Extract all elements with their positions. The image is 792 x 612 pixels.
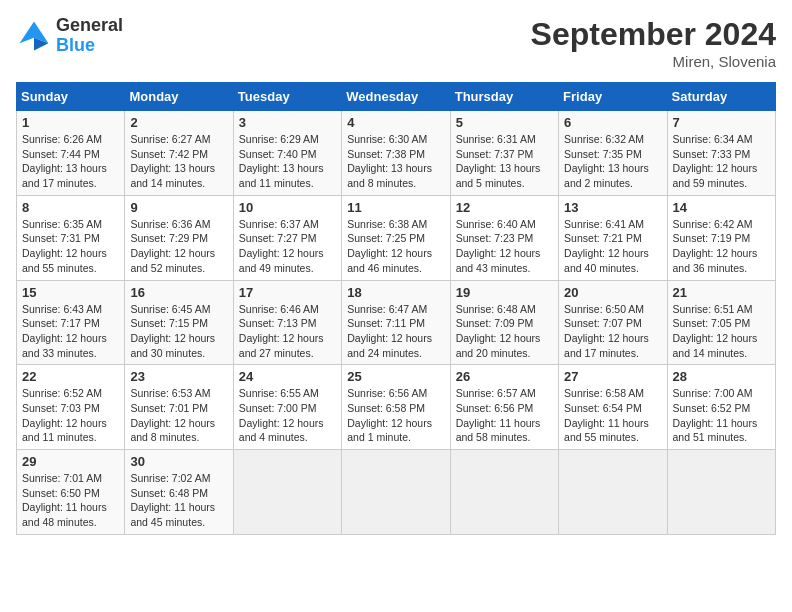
calendar-week-row: 8 Sunrise: 6:35 AM Sunset: 7:31 PM Dayli… bbox=[17, 195, 776, 280]
day-info: Sunrise: 6:56 AM Sunset: 6:58 PM Dayligh… bbox=[347, 386, 444, 445]
day-info: Sunrise: 6:41 AM Sunset: 7:21 PM Dayligh… bbox=[564, 217, 661, 276]
calendar-cell: 13 Sunrise: 6:41 AM Sunset: 7:21 PM Dayl… bbox=[559, 195, 667, 280]
title-area: September 2024 Miren, Slovenia bbox=[531, 16, 776, 70]
day-number: 12 bbox=[456, 200, 553, 215]
calendar-cell: 25 Sunrise: 6:56 AM Sunset: 6:58 PM Dayl… bbox=[342, 365, 450, 450]
calendar-cell: 12 Sunrise: 6:40 AM Sunset: 7:23 PM Dayl… bbox=[450, 195, 558, 280]
day-number: 13 bbox=[564, 200, 661, 215]
day-number: 11 bbox=[347, 200, 444, 215]
calendar-week-row: 1 Sunrise: 6:26 AM Sunset: 7:44 PM Dayli… bbox=[17, 111, 776, 196]
logo: General Blue bbox=[16, 16, 123, 56]
day-info: Sunrise: 6:29 AM Sunset: 7:40 PM Dayligh… bbox=[239, 132, 336, 191]
day-number: 30 bbox=[130, 454, 227, 469]
day-number: 15 bbox=[22, 285, 119, 300]
day-info: Sunrise: 6:35 AM Sunset: 7:31 PM Dayligh… bbox=[22, 217, 119, 276]
calendar-week-row: 22 Sunrise: 6:52 AM Sunset: 7:03 PM Dayl… bbox=[17, 365, 776, 450]
day-info: Sunrise: 6:43 AM Sunset: 7:17 PM Dayligh… bbox=[22, 302, 119, 361]
calendar-cell bbox=[450, 450, 558, 535]
day-info: Sunrise: 6:51 AM Sunset: 7:05 PM Dayligh… bbox=[673, 302, 770, 361]
day-number: 2 bbox=[130, 115, 227, 130]
day-number: 7 bbox=[673, 115, 770, 130]
day-number: 8 bbox=[22, 200, 119, 215]
calendar-cell bbox=[342, 450, 450, 535]
calendar-cell: 10 Sunrise: 6:37 AM Sunset: 7:27 PM Dayl… bbox=[233, 195, 341, 280]
calendar-cell: 9 Sunrise: 6:36 AM Sunset: 7:29 PM Dayli… bbox=[125, 195, 233, 280]
calendar-header-row: Sunday Monday Tuesday Wednesday Thursday… bbox=[17, 83, 776, 111]
day-info: Sunrise: 6:38 AM Sunset: 7:25 PM Dayligh… bbox=[347, 217, 444, 276]
logo-icon bbox=[16, 18, 52, 54]
day-info: Sunrise: 6:52 AM Sunset: 7:03 PM Dayligh… bbox=[22, 386, 119, 445]
calendar-week-row: 15 Sunrise: 6:43 AM Sunset: 7:17 PM Dayl… bbox=[17, 280, 776, 365]
calendar-cell: 11 Sunrise: 6:38 AM Sunset: 7:25 PM Dayl… bbox=[342, 195, 450, 280]
header-sunday: Sunday bbox=[17, 83, 125, 111]
calendar-cell: 2 Sunrise: 6:27 AM Sunset: 7:42 PM Dayli… bbox=[125, 111, 233, 196]
day-info: Sunrise: 7:01 AM Sunset: 6:50 PM Dayligh… bbox=[22, 471, 119, 530]
calendar-cell: 24 Sunrise: 6:55 AM Sunset: 7:00 PM Dayl… bbox=[233, 365, 341, 450]
day-info: Sunrise: 6:32 AM Sunset: 7:35 PM Dayligh… bbox=[564, 132, 661, 191]
calendar-cell: 30 Sunrise: 7:02 AM Sunset: 6:48 PM Dayl… bbox=[125, 450, 233, 535]
calendar-cell bbox=[667, 450, 775, 535]
day-number: 24 bbox=[239, 369, 336, 384]
day-info: Sunrise: 7:00 AM Sunset: 6:52 PM Dayligh… bbox=[673, 386, 770, 445]
calendar-cell: 26 Sunrise: 6:57 AM Sunset: 6:56 PM Dayl… bbox=[450, 365, 558, 450]
calendar-cell: 17 Sunrise: 6:46 AM Sunset: 7:13 PM Dayl… bbox=[233, 280, 341, 365]
calendar-cell: 3 Sunrise: 6:29 AM Sunset: 7:40 PM Dayli… bbox=[233, 111, 341, 196]
calendar-cell: 16 Sunrise: 6:45 AM Sunset: 7:15 PM Dayl… bbox=[125, 280, 233, 365]
calendar-cell: 27 Sunrise: 6:58 AM Sunset: 6:54 PM Dayl… bbox=[559, 365, 667, 450]
day-info: Sunrise: 6:46 AM Sunset: 7:13 PM Dayligh… bbox=[239, 302, 336, 361]
day-info: Sunrise: 6:57 AM Sunset: 6:56 PM Dayligh… bbox=[456, 386, 553, 445]
day-number: 21 bbox=[673, 285, 770, 300]
calendar-cell: 14 Sunrise: 6:42 AM Sunset: 7:19 PM Dayl… bbox=[667, 195, 775, 280]
day-number: 14 bbox=[673, 200, 770, 215]
day-info: Sunrise: 6:42 AM Sunset: 7:19 PM Dayligh… bbox=[673, 217, 770, 276]
day-info: Sunrise: 6:40 AM Sunset: 7:23 PM Dayligh… bbox=[456, 217, 553, 276]
calendar-cell: 4 Sunrise: 6:30 AM Sunset: 7:38 PM Dayli… bbox=[342, 111, 450, 196]
month-title: September 2024 bbox=[531, 16, 776, 53]
calendar-cell: 21 Sunrise: 6:51 AM Sunset: 7:05 PM Dayl… bbox=[667, 280, 775, 365]
header-tuesday: Tuesday bbox=[233, 83, 341, 111]
calendar-cell: 22 Sunrise: 6:52 AM Sunset: 7:03 PM Dayl… bbox=[17, 365, 125, 450]
day-number: 6 bbox=[564, 115, 661, 130]
day-number: 3 bbox=[239, 115, 336, 130]
location: Miren, Slovenia bbox=[531, 53, 776, 70]
day-number: 25 bbox=[347, 369, 444, 384]
day-info: Sunrise: 6:34 AM Sunset: 7:33 PM Dayligh… bbox=[673, 132, 770, 191]
calendar-cell bbox=[559, 450, 667, 535]
day-info: Sunrise: 6:27 AM Sunset: 7:42 PM Dayligh… bbox=[130, 132, 227, 191]
calendar-cell: 15 Sunrise: 6:43 AM Sunset: 7:17 PM Dayl… bbox=[17, 280, 125, 365]
day-info: Sunrise: 6:36 AM Sunset: 7:29 PM Dayligh… bbox=[130, 217, 227, 276]
calendar-cell: 29 Sunrise: 7:01 AM Sunset: 6:50 PM Dayl… bbox=[17, 450, 125, 535]
day-number: 9 bbox=[130, 200, 227, 215]
day-number: 28 bbox=[673, 369, 770, 384]
day-info: Sunrise: 6:47 AM Sunset: 7:11 PM Dayligh… bbox=[347, 302, 444, 361]
day-info: Sunrise: 6:31 AM Sunset: 7:37 PM Dayligh… bbox=[456, 132, 553, 191]
day-info: Sunrise: 6:37 AM Sunset: 7:27 PM Dayligh… bbox=[239, 217, 336, 276]
calendar-cell: 8 Sunrise: 6:35 AM Sunset: 7:31 PM Dayli… bbox=[17, 195, 125, 280]
day-info: Sunrise: 6:30 AM Sunset: 7:38 PM Dayligh… bbox=[347, 132, 444, 191]
day-info: Sunrise: 6:58 AM Sunset: 6:54 PM Dayligh… bbox=[564, 386, 661, 445]
page-header: General Blue September 2024 Miren, Slove… bbox=[16, 16, 776, 70]
calendar-cell: 5 Sunrise: 6:31 AM Sunset: 7:37 PM Dayli… bbox=[450, 111, 558, 196]
day-number: 4 bbox=[347, 115, 444, 130]
day-number: 19 bbox=[456, 285, 553, 300]
day-number: 20 bbox=[564, 285, 661, 300]
calendar-cell: 7 Sunrise: 6:34 AM Sunset: 7:33 PM Dayli… bbox=[667, 111, 775, 196]
day-info: Sunrise: 6:50 AM Sunset: 7:07 PM Dayligh… bbox=[564, 302, 661, 361]
day-info: Sunrise: 6:26 AM Sunset: 7:44 PM Dayligh… bbox=[22, 132, 119, 191]
day-number: 5 bbox=[456, 115, 553, 130]
header-thursday: Thursday bbox=[450, 83, 558, 111]
day-number: 27 bbox=[564, 369, 661, 384]
day-number: 18 bbox=[347, 285, 444, 300]
header-wednesday: Wednesday bbox=[342, 83, 450, 111]
day-number: 16 bbox=[130, 285, 227, 300]
day-info: Sunrise: 6:53 AM Sunset: 7:01 PM Dayligh… bbox=[130, 386, 227, 445]
day-info: Sunrise: 6:45 AM Sunset: 7:15 PM Dayligh… bbox=[130, 302, 227, 361]
calendar-week-row: 29 Sunrise: 7:01 AM Sunset: 6:50 PM Dayl… bbox=[17, 450, 776, 535]
header-monday: Monday bbox=[125, 83, 233, 111]
day-info: Sunrise: 7:02 AM Sunset: 6:48 PM Dayligh… bbox=[130, 471, 227, 530]
calendar-cell: 1 Sunrise: 6:26 AM Sunset: 7:44 PM Dayli… bbox=[17, 111, 125, 196]
day-number: 1 bbox=[22, 115, 119, 130]
calendar-cell: 18 Sunrise: 6:47 AM Sunset: 7:11 PM Dayl… bbox=[342, 280, 450, 365]
day-info: Sunrise: 6:48 AM Sunset: 7:09 PM Dayligh… bbox=[456, 302, 553, 361]
calendar-cell: 28 Sunrise: 7:00 AM Sunset: 6:52 PM Dayl… bbox=[667, 365, 775, 450]
